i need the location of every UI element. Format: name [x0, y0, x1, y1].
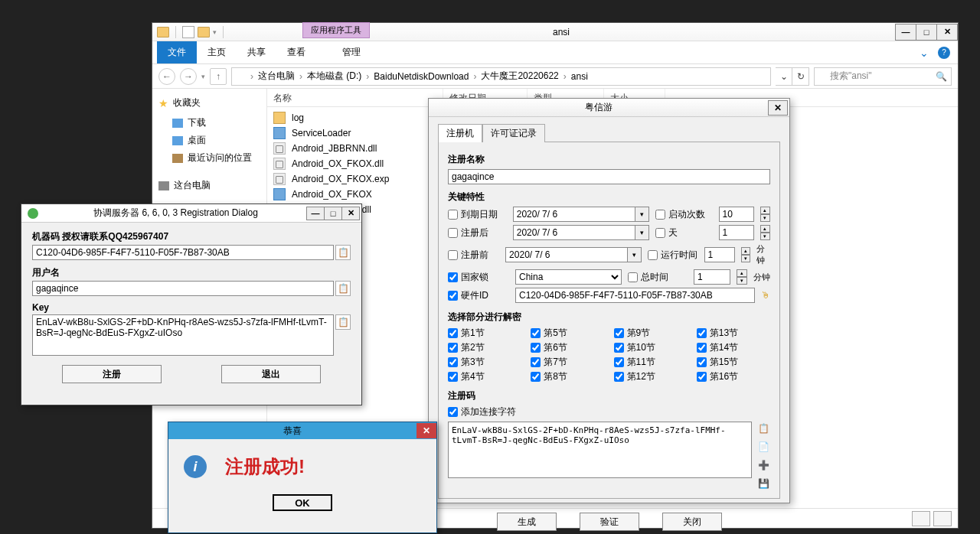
sidebar-thispc[interactable]: 这台电脑 — [158, 179, 260, 192]
address-dropdown-icon[interactable]: ⌄ — [776, 67, 792, 86]
section-checkbox[interactable]: 第16节 — [697, 370, 770, 383]
breadcrumb[interactable]: 这台电脑 — [256, 70, 296, 83]
after-reg-date-input[interactable] — [513, 225, 635, 240]
register-button[interactable]: 注册 — [62, 365, 162, 383]
copy-key-icon[interactable]: 📋 — [335, 314, 351, 330]
chk-append-conn[interactable] — [448, 407, 458, 417]
copy-machine-icon[interactable]: 📋 — [335, 245, 351, 260]
view-details-button[interactable] — [912, 511, 930, 526]
ribbon-expand-icon[interactable]: ⌄ — [920, 47, 929, 59]
section-checkbox[interactable]: 第15节 — [697, 356, 770, 369]
view-icons-button[interactable] — [933, 511, 952, 526]
forward-button[interactable]: → — [180, 68, 197, 85]
col-name[interactable]: 名称 — [267, 89, 443, 106]
save-icon[interactable]: 💾 — [756, 477, 770, 490]
chk-days[interactable] — [655, 228, 665, 238]
sidebar-item-recent[interactable]: 最近访问的位置 — [158, 149, 260, 167]
key-textarea[interactable]: EnLaV-wkB8u-SxlGS-2F+bD-KnPHq-r8AeS-wzs5… — [32, 314, 334, 356]
sidebar-item-desktop[interactable]: 桌面 — [158, 132, 260, 149]
section-checkbox[interactable]: 第8节 — [531, 370, 604, 383]
regdlg-minimize[interactable]: — — [306, 207, 325, 220]
section-checkbox[interactable]: 第6节 — [531, 341, 604, 354]
country-select[interactable]: China — [515, 269, 622, 285]
spin-up-icon[interactable]: ▴ — [760, 207, 770, 214]
verify-button[interactable]: 验证 — [580, 513, 639, 531]
qat-open-icon[interactable] — [198, 27, 210, 37]
msgbox-titlebar[interactable]: 恭喜 ✕ — [168, 422, 436, 439]
days-input[interactable] — [719, 225, 754, 240]
expire-date-input[interactable] — [513, 207, 635, 222]
maximize-button[interactable]: □ — [916, 24, 937, 41]
chk-before-reg[interactable] — [448, 250, 458, 260]
tab-license-log[interactable]: 许可证记录 — [482, 124, 545, 142]
section-checkbox[interactable]: 第14节 — [697, 341, 770, 354]
tab-manage[interactable]: 管理 — [332, 41, 371, 63]
chk-hardware-id[interactable] — [448, 291, 458, 301]
run-time-input[interactable] — [704, 247, 735, 262]
yxy-titlebar[interactable]: 粤信游 ✕ — [429, 99, 789, 117]
back-button[interactable]: ← — [158, 68, 175, 85]
machine-code-input[interactable] — [32, 245, 334, 260]
section-checkbox[interactable]: 第13节 — [697, 327, 770, 340]
section-checkbox[interactable]: 第1节 — [448, 327, 521, 340]
chk-after-reg[interactable] — [448, 228, 458, 238]
section-checkbox[interactable]: 第3节 — [448, 356, 521, 369]
date-dropdown-icon[interactable]: ▾ — [635, 225, 649, 240]
section-checkbox[interactable]: 第5节 — [531, 327, 604, 340]
date-dropdown-icon[interactable]: ▾ — [635, 207, 649, 222]
copy-user-icon[interactable]: 📋 — [335, 281, 351, 296]
tab-home[interactable]: 主页 — [197, 41, 237, 63]
breadcrumb[interactable]: 本地磁盘 (D:) — [305, 70, 363, 83]
chk-start-count[interactable] — [655, 210, 665, 220]
explorer-titlebar[interactable]: ▾ 应用程序工具 ansi — □ ✕ — [152, 23, 958, 41]
refresh-button[interactable]: ↻ — [792, 67, 809, 86]
tab-register[interactable]: 注册机 — [438, 124, 482, 142]
sidebar-favorites[interactable]: ★收藏夹 — [158, 96, 260, 109]
section-checkbox[interactable]: 第11节 — [614, 356, 688, 369]
tab-share[interactable]: 共享 — [237, 41, 276, 63]
user-input[interactable] — [32, 281, 334, 296]
chk-run-time[interactable] — [648, 250, 658, 260]
tab-view[interactable]: 查看 — [276, 41, 316, 63]
reg-name-input[interactable] — [448, 169, 770, 184]
chk-expire-date[interactable] — [448, 210, 458, 220]
generate-button[interactable]: 生成 — [497, 513, 557, 531]
section-checkbox[interactable]: 第7节 — [531, 356, 604, 369]
exit-button[interactable]: 退出 — [221, 365, 321, 383]
hwid-icon[interactable]: 🖰 — [761, 290, 770, 301]
breadcrumb[interactable]: 大牛魔王20220622 — [479, 70, 560, 83]
contextual-tab[interactable]: 应用程序工具 — [302, 22, 370, 38]
section-checkbox[interactable]: 第2节 — [448, 341, 521, 354]
close-button[interactable]: ✕ — [936, 24, 958, 41]
help-icon[interactable]: ? — [938, 47, 950, 59]
yxy-close[interactable]: ✕ — [768, 100, 788, 116]
paste-icon[interactable]: 📄 — [756, 440, 770, 454]
msgbox-close[interactable]: ✕ — [416, 423, 436, 438]
copy-icon[interactable]: 📋 — [756, 422, 770, 435]
ok-button[interactable]: OK — [273, 494, 332, 511]
regcode-textarea[interactable]: EnLaV-wkB8u-SxlGS-2F+bD-KnPHq-r8AeS-wzs5… — [448, 422, 752, 478]
regdlg-close[interactable]: ✕ — [341, 207, 360, 220]
breadcrumb[interactable]: BaiduNetdiskDownload — [372, 71, 470, 82]
hwid-input[interactable] — [515, 288, 755, 303]
date-dropdown-icon[interactable]: ▾ — [628, 247, 642, 262]
breadcrumb[interactable]: ansi — [570, 71, 590, 82]
spin-down-icon[interactable]: ▾ — [760, 214, 770, 222]
qat-folder-icon[interactable] — [157, 27, 169, 37]
regdlg-titlebar[interactable]: 协调服务器 6, 6, 0, 3 Registration Dialog — □… — [21, 204, 361, 223]
section-checkbox[interactable]: 第4节 — [448, 370, 521, 383]
minimize-button[interactable]: — — [895, 24, 916, 41]
up-button[interactable]: ↑ — [210, 68, 227, 85]
search-input[interactable]: 搜索"ansi" 🔍 — [814, 67, 952, 86]
section-checkbox[interactable]: 第10节 — [614, 341, 688, 354]
section-checkbox[interactable]: 第12节 — [614, 370, 688, 383]
before-reg-date-input[interactable] — [505, 247, 628, 262]
regdlg-maximize[interactable]: □ — [324, 207, 342, 220]
addressbar[interactable]: › 这台电脑› 本地磁盘 (D:)› BaiduNetdiskDownload›… — [231, 67, 771, 86]
add-icon[interactable]: ➕ — [756, 458, 770, 472]
chk-country-lock[interactable] — [448, 272, 458, 282]
chk-total-time[interactable] — [628, 272, 638, 282]
tab-file[interactable]: 文件 — [157, 41, 197, 63]
close-button[interactable]: 关闭 — [662, 513, 722, 531]
qat-props-icon[interactable] — [182, 26, 194, 38]
